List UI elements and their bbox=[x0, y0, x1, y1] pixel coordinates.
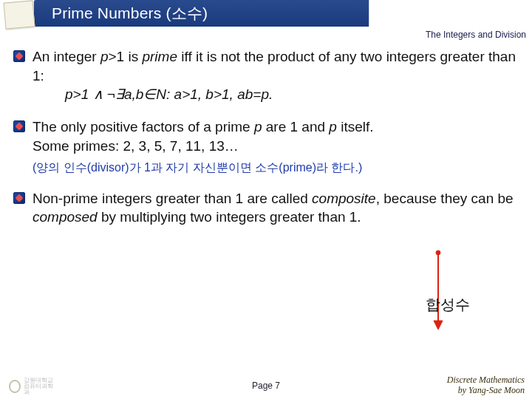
paper-icon bbox=[4, 0, 35, 29]
text: , because they can be bbox=[376, 191, 514, 206]
text: >1 is bbox=[108, 49, 142, 64]
primes-list: Some primes: 2, 3, 5, 7, 11, 13… bbox=[33, 137, 519, 156]
slide-title: Prime Numbers (소수) bbox=[52, 3, 208, 24]
section-label: The Integers and Division bbox=[426, 30, 526, 40]
text: An integer bbox=[33, 49, 100, 64]
course-author: by Yang-Sae Moon bbox=[447, 386, 525, 396]
em-composed: composed bbox=[33, 209, 98, 225]
svg-point-2 bbox=[436, 250, 440, 255]
text: The only positive factors of a prime bbox=[33, 119, 254, 134]
bullet-item-1: An integer p>1 is prime iff it is not th… bbox=[13, 47, 519, 104]
slide-footer: 강원대학교컴퓨터과학과 Page 7 Discrete Mathematics … bbox=[0, 372, 532, 399]
bullet-icon bbox=[13, 192, 25, 204]
bullet-icon bbox=[13, 50, 25, 62]
text: by multiplying two integers greater than… bbox=[98, 209, 361, 225]
title-bar: Prime Numbers (소수) bbox=[34, 0, 532, 27]
logo-icon bbox=[9, 380, 21, 393]
bullet-icon bbox=[13, 120, 25, 132]
var-p: p bbox=[329, 119, 337, 134]
course-title: Discrete Mathematics bbox=[447, 375, 525, 386]
clip-decoration bbox=[0, 0, 43, 31]
text: itself. bbox=[337, 119, 374, 134]
korean-note: (양의 인수(divisor)가 1과 자기 자신뿐이면 소수(prime)라 … bbox=[33, 160, 519, 176]
text: Non-prime integers greater than 1 are ca… bbox=[33, 191, 312, 206]
annotation-arrow bbox=[423, 248, 453, 337]
svg-marker-1 bbox=[434, 321, 443, 330]
var-p: p bbox=[254, 119, 262, 134]
text: are 1 and bbox=[262, 119, 330, 134]
logo-text: 강원대학교컴퓨터과학과 bbox=[24, 378, 53, 395]
university-logo: 강원대학교컴퓨터과학과 bbox=[9, 378, 53, 395]
bullet-item-2: The only positive factors of a prime p a… bbox=[13, 117, 519, 176]
slide-header: Prime Numbers (소수) The Integers and Divi… bbox=[0, 0, 532, 31]
em-prime: prime bbox=[142, 49, 177, 64]
annotation-label: 합성수 bbox=[426, 295, 470, 315]
math-line: p>1 ∧ ¬∃a,b∈N: a>1, b>1, ab=p. bbox=[33, 85, 519, 104]
course-credit: Discrete Mathematics by Yang-Sae Moon bbox=[447, 375, 525, 396]
slide-content: An integer p>1 is prime iff it is not th… bbox=[13, 47, 519, 362]
bullet-item-3: Non-prime integers greater than 1 are ca… bbox=[13, 189, 519, 227]
em-composite: composite bbox=[312, 191, 376, 206]
var-p: p bbox=[100, 49, 109, 64]
